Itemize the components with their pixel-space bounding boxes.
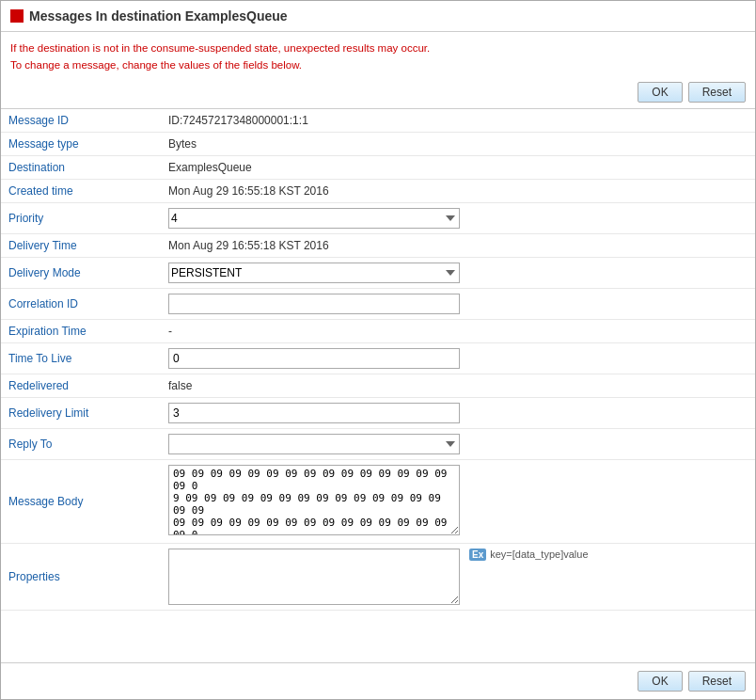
label-reply-to: Reply To — [1, 428, 161, 459]
correlation-id-input[interactable] — [168, 294, 460, 314]
bottom-reset-button[interactable]: Reset — [688, 671, 746, 692]
label-delivery-time: Delivery Time — [1, 233, 161, 257]
table-row: Correlation ID — [1, 288, 755, 319]
label-created-time: Created time — [1, 179, 161, 202]
expiration-time-value: - — [168, 325, 172, 338]
label-expiration-time: Expiration Time — [1, 319, 161, 342]
time-to-live-input[interactable] — [168, 348, 460, 369]
label-priority: Priority — [1, 202, 161, 233]
top-reset-button[interactable]: Reset — [688, 82, 746, 103]
table-row: Delivery Time Mon Aug 29 16:55:18 KST 20… — [1, 233, 755, 257]
delivery-time-value: Mon Aug 29 16:55:18 KST 2016 — [168, 239, 329, 252]
message-type-value: Bytes — [168, 137, 197, 151]
value-redelivery-limit — [161, 397, 755, 428]
value-message-type: Bytes — [161, 132, 755, 155]
label-delivery-mode: Delivery Mode — [1, 257, 161, 288]
value-time-to-live — [161, 342, 755, 374]
table-row: Message type Bytes — [1, 132, 755, 155]
message-id-value: ID:72457217348000001:1:1 — [168, 114, 308, 127]
table-row: Redelivered false — [1, 374, 755, 397]
message-body-textarea[interactable]: 09 09 09 09 09 09 09 09 09 09 09 09 09 0… — [168, 465, 460, 535]
table-row: Message ID ID:72457217348000001:1:1 — [1, 108, 755, 132]
value-reply-to — [161, 428, 755, 459]
value-delivery-mode: PERSISTENT NON_PERSISTENT — [161, 257, 755, 288]
bottom-ok-button[interactable]: OK — [638, 671, 682, 692]
redelivery-limit-input[interactable] — [168, 403, 460, 423]
redelivered-value: false — [168, 379, 192, 392]
label-correlation-id: Correlation ID — [1, 288, 161, 319]
properties-hint: Ex key=[data_type]value — [469, 549, 589, 561]
label-message-type: Message type — [1, 132, 161, 155]
value-correlation-id — [161, 288, 755, 319]
bottom-toolbar: OK Reset — [1, 662, 755, 699]
warning-line2: To change a message, change the values o… — [10, 56, 746, 73]
label-message-id: Message ID — [1, 108, 161, 132]
page-title: Messages In destination ExamplesQueue — [29, 8, 288, 24]
top-ok-button[interactable]: OK — [638, 82, 682, 103]
title-icon — [10, 9, 24, 23]
value-message-id: ID:72457217348000001:1:1 — [161, 108, 755, 132]
properties-textarea[interactable] — [168, 549, 460, 605]
table-row: Expiration Time - — [1, 319, 755, 342]
value-created-time: Mon Aug 29 16:55:18 KST 2016 — [161, 179, 755, 202]
main-window: Messages In destination ExamplesQueue If… — [0, 0, 756, 700]
label-properties: Properties — [1, 543, 161, 610]
warning-line1: If the destination is not in the consume… — [10, 40, 746, 56]
table-row: Properties Ex key=[data_type]value — [1, 543, 755, 610]
value-redelivered: false — [161, 374, 755, 397]
properties-area: Ex key=[data_type]value — [168, 549, 748, 605]
table-row: Redelivery Limit — [1, 397, 755, 428]
table-row: Created time Mon Aug 29 16:55:18 KST 201… — [1, 179, 755, 202]
priority-select[interactable]: 0123 456 789 — [168, 208, 460, 229]
value-properties: Ex key=[data_type]value — [161, 543, 755, 610]
hint-badge: Ex — [469, 549, 486, 561]
created-time-value: Mon Aug 29 16:55:18 KST 2016 — [168, 184, 329, 198]
table-row: Delivery Mode PERSISTENT NON_PERSISTENT — [1, 257, 755, 288]
table-row: Destination ExamplesQueue — [1, 155, 755, 179]
delivery-mode-select[interactable]: PERSISTENT NON_PERSISTENT — [168, 262, 460, 283]
hint-text: key=[data_type]value — [490, 549, 588, 560]
table-row: Priority 0123 456 789 — [1, 202, 755, 233]
table-row: Message Body 09 09 09 09 09 09 09 09 09 … — [1, 459, 755, 543]
title-bar: Messages In destination ExamplesQueue — [1, 1, 755, 32]
label-destination: Destination — [1, 155, 161, 179]
value-destination: ExamplesQueue — [161, 155, 755, 179]
label-redelivered: Redelivered — [1, 374, 161, 397]
reply-to-select[interactable] — [168, 434, 460, 454]
value-priority: 0123 456 789 — [161, 202, 755, 233]
table-row: Reply To — [1, 428, 755, 459]
value-delivery-time: Mon Aug 29 16:55:18 KST 2016 — [161, 233, 755, 257]
form-table: Message ID ID:72457217348000001:1:1 Mess… — [1, 108, 755, 611]
table-row: Time To Live — [1, 342, 755, 374]
warning-area: If the destination is not in the consume… — [1, 32, 755, 78]
label-time-to-live: Time To Live — [1, 342, 161, 374]
destination-value: ExamplesQueue — [168, 161, 252, 174]
value-expiration-time: - — [161, 319, 755, 342]
label-message-body: Message Body — [1, 459, 161, 543]
label-redelivery-limit: Redelivery Limit — [1, 397, 161, 428]
value-message-body: 09 09 09 09 09 09 09 09 09 09 09 09 09 0… — [161, 459, 755, 543]
top-toolbar: OK Reset — [1, 78, 755, 108]
